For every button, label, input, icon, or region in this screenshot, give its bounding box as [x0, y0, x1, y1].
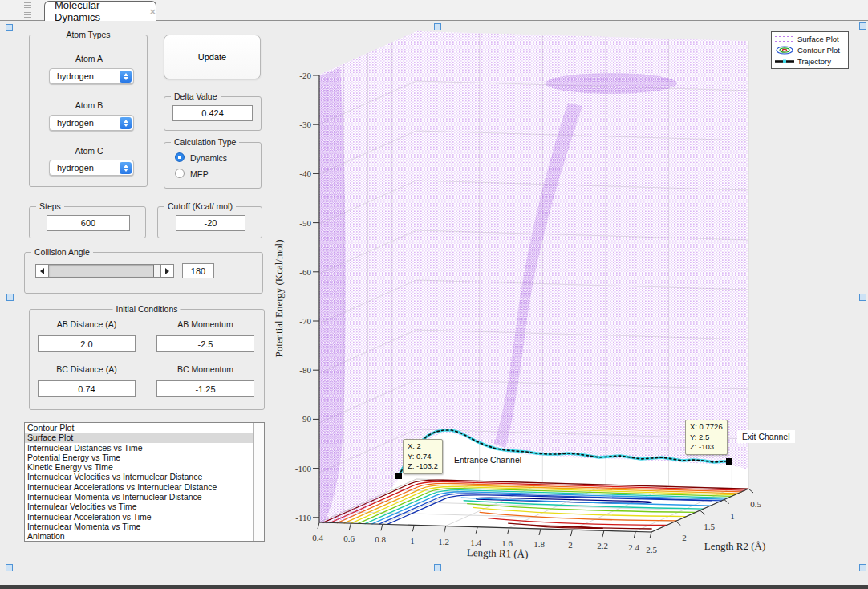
svg-text:2.2: 2.2	[597, 541, 608, 550]
collision-angle-field[interactable]: 180	[182, 263, 214, 278]
list-item[interactable]: Kinetic Energy vs Time	[25, 462, 264, 472]
svg-text:2.4: 2.4	[628, 542, 639, 552]
svg-text:1: 1	[410, 536, 415, 546]
list-item[interactable]: Internuclear Accelerations vs Internucle…	[25, 482, 264, 492]
ab-distance-field[interactable]: 2.0	[38, 335, 136, 352]
svg-text:0.6: 0.6	[343, 534, 355, 543]
svg-text:1: 1	[730, 511, 735, 521]
delta-value-panel: Delta Value 0.424	[164, 96, 262, 131]
collision-angle-label: Collision Angle	[31, 247, 93, 257]
exit-datatip[interactable]: X: 0.7726 Y: 2.5 Z: -103	[685, 420, 728, 455]
slider-left-arrow-icon[interactable]	[36, 265, 49, 277]
slider-thumb[interactable]	[153, 265, 160, 277]
svg-text:1.2: 1.2	[438, 537, 449, 546]
svg-text:1.8: 1.8	[533, 539, 545, 549]
list-item[interactable]: Internuclear Acceleration vs Time	[25, 512, 264, 522]
mep-radio[interactable]	[175, 169, 185, 178]
svg-text:-70: -70	[299, 316, 311, 326]
update-button[interactable]: Update	[164, 35, 261, 79]
dropdown-stepper-icon[interactable]	[120, 117, 132, 129]
atom-c-label: Atom C	[30, 146, 148, 156]
atom-a-value: hydrogen	[50, 71, 120, 81]
x-axis-label: Length R1 (Å)	[467, 546, 529, 560]
list-item[interactable]: Animation	[25, 531, 264, 541]
atom-c-value: hydrogen	[50, 163, 120, 173]
entrance-datatip[interactable]: X: 2 Y: 0.74 Z: -103.2	[403, 439, 443, 474]
list-item[interactable]: Potential Energy vs Time	[25, 453, 264, 462]
list-item-selected[interactable]: Surface Plot	[25, 433, 264, 442]
calculation-type-panel: Calculation Type Dynamics MEP	[164, 142, 262, 189]
selection-handle-bl[interactable]	[6, 564, 13, 571]
list-item[interactable]: Internuclear Velocities vs Internuclear …	[25, 472, 264, 481]
dropdown-stepper-icon[interactable]	[120, 162, 132, 174]
cutoff-field[interactable]: -20	[176, 215, 245, 231]
window-bottom-edge	[0, 585, 868, 589]
molecular-dynamics-app: { "window": { "tab_title": "Molecular Dy…	[0, 0, 868, 589]
selection-handle-bc[interactable]	[434, 564, 441, 571]
entrance-marker[interactable]	[395, 473, 402, 479]
initial-conditions-label: Initial Conditions	[112, 304, 180, 314]
list-item[interactable]: Internuclear Distances vs Time	[25, 443, 264, 453]
svg-text:-40: -40	[299, 169, 311, 178]
atom-c-dropdown[interactable]: hydrogen	[49, 160, 134, 176]
svg-text:0.4: 0.4	[312, 533, 323, 542]
selection-handle-mr[interactable]	[859, 294, 866, 301]
bc-distance-field[interactable]: 0.74	[38, 380, 136, 397]
svg-text:2.5: 2.5	[646, 545, 657, 554]
atom-a-label: Atom A	[30, 54, 148, 63]
surface-plateau	[546, 73, 677, 94]
tab-close-icon[interactable]: ×	[149, 6, 156, 18]
svg-text:-30: -30	[299, 120, 311, 129]
selection-handle-tc[interactable]	[434, 23, 441, 30]
list-item[interactable]: Internulear Velocities vs Time	[25, 502, 264, 511]
contour-legend-icon	[774, 46, 795, 55]
selection-handle-tl[interactable]	[6, 24, 13, 31]
slider-right-arrow-icon[interactable]	[160, 265, 173, 277]
steps-field[interactable]: 600	[47, 215, 130, 231]
steps-panel: Steps 600	[29, 206, 146, 238]
calculation-type-label: Calculation Type	[171, 137, 239, 147]
collision-angle-slider[interactable]	[35, 264, 174, 278]
ab-distance-label: AB Distance (A)	[38, 319, 136, 329]
ab-momentum-field[interactable]: -2.5	[156, 335, 254, 352]
tab-title: Molecular Dynamics	[55, 0, 142, 23]
bc-momentum-label: BC Momentum	[156, 364, 254, 374]
bc-distance-label: BC Distance (A)	[38, 364, 136, 374]
surface-plot[interactable]	[319, 31, 748, 524]
selection-handle-br[interactable]	[859, 564, 866, 571]
atom-b-dropdown[interactable]: hydrogen	[49, 115, 134, 131]
list-item[interactable]: Contour Plot	[25, 423, 264, 433]
list-item[interactable]: Internuclear Momenta vs Time	[25, 522, 264, 531]
svg-text:-100: -100	[295, 464, 312, 473]
exit-marker[interactable]	[726, 458, 732, 465]
dynamics-radio[interactable]	[175, 152, 185, 162]
plot-type-listbox[interactable]: Contour Plot Surface Plot Internuclear D…	[24, 422, 265, 542]
slider-track[interactable]	[49, 265, 160, 277]
dropdown-stepper-icon[interactable]	[120, 71, 132, 83]
atom-a-dropdown[interactable]: hydrogen	[49, 68, 134, 84]
bc-momentum-field[interactable]: -1.25	[156, 380, 254, 397]
legend-label-trajectory: Trajectory	[797, 57, 831, 66]
atom-types-panel: Atom Types Atom A hydrogen Atom B hydrog…	[29, 35, 148, 187]
drag-grip-icon[interactable]	[24, 2, 31, 18]
surface-legend-icon	[774, 35, 795, 43]
listbox-scrollbar[interactable]	[253, 423, 264, 541]
dynamics-radio-label: Dynamics	[190, 153, 227, 163]
atom-types-panel-label: Atom Types	[63, 30, 113, 39]
delta-value-label: Delta Value	[171, 91, 221, 101]
svg-text:-20: -20	[299, 71, 311, 80]
trajectory-legend-icon	[774, 58, 795, 65]
selection-handle-tr[interactable]	[859, 22, 866, 30]
svg-text:0.8: 0.8	[375, 534, 386, 544]
delta-value-field[interactable]: 0.424	[172, 105, 253, 121]
exit-channel-annotation: Exit Channel	[737, 430, 795, 443]
legend-row-contour: Contour Plot	[774, 46, 846, 55]
initial-conditions-panel: Initial Conditions AB Distance (A) 2.0 A…	[29, 309, 265, 410]
svg-text:2: 2	[682, 533, 687, 542]
selection-handle-ml[interactable]	[6, 294, 14, 301]
plot-legend[interactable]: Surface Plot Contour Plot Trajectory	[771, 31, 849, 69]
tab-molecular-dynamics[interactable]: Molecular Dynamics ×	[44, 1, 156, 21]
svg-text:-60: -60	[299, 267, 311, 277]
ab-momentum-label: AB Momentum	[156, 319, 254, 329]
list-item[interactable]: Internuclear Momenta vs Internuclear Dis…	[25, 492, 264, 502]
